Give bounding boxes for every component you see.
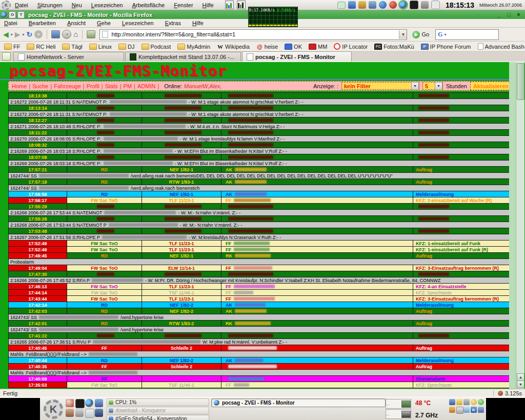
tab-1[interactable]: HomeNetwork - Server (13, 52, 124, 62)
task-konversation[interactable]: #SgEn.Studio54 - Konversation (107, 415, 209, 420)
paw-launcher-icon[interactable] (66, 409, 74, 417)
refresh-button[interactable]: Aktualisieren (470, 82, 512, 90)
window-icon[interactable] (348, 1, 356, 9)
bookmark-item[interactable]: FF (4, 44, 20, 50)
konqueror-launcher-icon[interactable] (66, 399, 74, 407)
kontact-launcher-icon[interactable] (95, 409, 103, 417)
task-firefox-active[interactable]: pocsag - ZVEI - FMS - Monitor (211, 398, 386, 407)
tab-2[interactable]: Komplettpacket mit Stand 13.07.06 -... (125, 52, 241, 62)
search-input[interactable]: G ▾ (435, 29, 499, 40)
bookmark-item[interactable]: Tägl (62, 44, 82, 50)
bookmark-item[interactable]: IP Locator (334, 43, 368, 50)
menu-item[interactable]: Extras (165, 20, 181, 26)
tab-3[interactable]: pocsag - ZVEI - FMS - Monitor (242, 51, 352, 62)
folder-icon[interactable] (358, 1, 366, 9)
forward-dropdown-icon[interactable]: ▾ (23, 32, 25, 37)
back-dropdown-icon[interactable]: ▾ (11, 32, 13, 37)
titlebar-shade-button[interactable]: T (17, 11, 25, 18)
panel-clock-time[interactable]: 18:15:13 (446, 1, 474, 9)
menu-item[interactable]: Lesezeichen (122, 20, 154, 26)
clock-tray-icon[interactable] (456, 407, 463, 414)
hours-select[interactable]: 5 ▼ (422, 82, 443, 90)
scroll-down-icon[interactable]: ▼ (517, 381, 524, 388)
bookmark-item[interactable]: OK (285, 44, 302, 50)
print-button[interactable] (87, 30, 95, 38)
menu-item[interactable]: Datei (4, 20, 17, 26)
nav-link-home[interactable]: Home (12, 83, 27, 89)
panel-menu-item[interactable]: Datei (15, 2, 28, 8)
terminal-icon[interactable] (410, 1, 418, 9)
menu-item[interactable]: Bearbeiten (29, 20, 56, 26)
bookmark-item[interactable]: FCFotos:MaKü (374, 44, 414, 50)
bookmark-item[interactable]: Podcast (142, 44, 171, 50)
bookmark-item[interactable]: Linux (89, 44, 112, 50)
smiley-tray-icon[interactable] (471, 399, 477, 405)
panel-menu-item[interactable]: Arbeitsfläche (132, 2, 165, 8)
mail-send-icon[interactable] (337, 2, 346, 9)
bookmark-item[interactable]: MM (309, 44, 327, 50)
mail-tray-icon[interactable] (463, 407, 470, 413)
scroll-up-icon[interactable]: ▲ (517, 373, 524, 381)
speaker-tray-icon[interactable] (478, 407, 484, 413)
bookmark-item[interactable]: WWikipedia (217, 44, 250, 50)
tab-list-icon[interactable] (2, 52, 11, 61)
search-engine-dropdown-icon[interactable]: ▾ (444, 32, 446, 37)
bookmark-item[interactable]: Advanced Bash-Scripti... (478, 43, 525, 50)
forward-button[interactable]: ▶ (15, 30, 21, 38)
page-scrollbar[interactable]: ▲ ▼ (516, 62, 524, 389)
nav-link-stats[interactable]: Stats (105, 83, 118, 89)
check-tray-icon[interactable] (478, 399, 484, 405)
bookmark-item[interactable]: RC Heli (27, 44, 55, 50)
network-tray-icon[interactable] (463, 399, 470, 405)
close-button[interactable]: × (515, 11, 522, 18)
menu-item[interactable]: Gehe (97, 20, 111, 26)
chevron-down-icon[interactable]: ▼ (411, 82, 419, 90)
nav-link-admin[interactable]: ADMIN (137, 83, 155, 89)
sysguard-icon[interactable] (237, 1, 246, 9)
panel-menu-item[interactable]: Hilfe (203, 2, 214, 8)
firefox-icon[interactable] (399, 1, 407, 9)
maximize-button[interactable]: □ (506, 11, 512, 18)
back-button[interactable]: ◀ (3, 30, 9, 38)
menu-item[interactable]: Ansicht (67, 20, 86, 26)
nav-link-suche[interactable]: Suche (32, 83, 48, 89)
panel-menu-item[interactable]: Fenster (174, 2, 193, 8)
firefox-launcher-icon[interactable] (85, 399, 93, 407)
url-dropdown-icon[interactable]: ▼ (399, 30, 407, 39)
folder-tray-icon[interactable] (449, 407, 455, 413)
chevron-down-icon[interactable]: ▼ (435, 82, 442, 90)
url-input[interactable] (110, 31, 399, 38)
kwrite-launcher-icon[interactable] (85, 409, 94, 418)
nav-link-fahrzeuge[interactable]: Fahrzeuge (54, 83, 81, 89)
tools-launcher-icon[interactable] (75, 409, 84, 417)
pager-desktop-1[interactable]: ... (386, 399, 411, 409)
bookmark-item[interactable]: MyAdmin (177, 44, 210, 50)
home-button[interactable]: ⌂ (73, 30, 78, 38)
display-icon[interactable] (369, 1, 376, 9)
reload-button[interactable]: ↻ (27, 30, 33, 38)
panel-menu-item[interactable]: Lesezeichen (91, 2, 123, 8)
nav-link-profil[interactable]: Profil (87, 83, 99, 89)
volume-tray-icon[interactable] (449, 399, 455, 405)
panel-menu-item[interactable]: Sitzungen (37, 2, 63, 8)
kmenu-button[interactable]: K (44, 399, 63, 419)
klipper-icon[interactable] (225, 1, 234, 9)
notes-tray-icon[interactable] (456, 399, 462, 405)
gray-app-icon[interactable] (421, 1, 429, 9)
bookmark-item[interactable]: @heise (256, 44, 278, 50)
menu-item[interactable]: Hilfe (192, 20, 204, 26)
bookmark-item[interactable]: DJ (118, 44, 134, 50)
task-cpu[interactable]: CPU: 1% (107, 398, 209, 406)
bookmarks-sidebar-icon[interactable] (51, 30, 60, 38)
minimize-button[interactable]: _ (496, 11, 502, 18)
panel-menu-item[interactable]: Neu (72, 2, 82, 8)
url-bar[interactable]: ▼ (99, 29, 407, 40)
pager-desktop-2[interactable]: ... (386, 409, 411, 419)
history-icon[interactable]: ◔ (62, 30, 71, 39)
titlebar-sticky-button[interactable]: O (9, 11, 16, 18)
konsole-launcher-icon[interactable] (75, 399, 85, 408)
stop-button[interactable]: × (34, 30, 43, 38)
scrollbar-thumb[interactable] (517, 63, 524, 100)
go-button[interactable]: ▶ Go (412, 31, 429, 38)
filter-select[interactable]: kein Filter ▼ (341, 82, 419, 90)
